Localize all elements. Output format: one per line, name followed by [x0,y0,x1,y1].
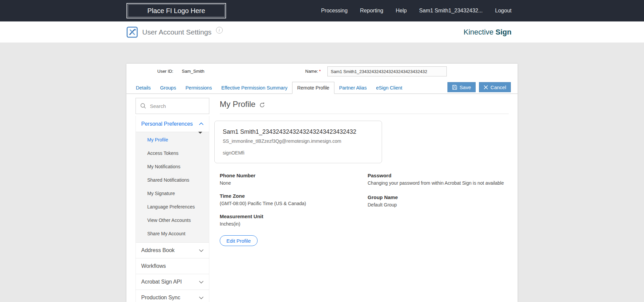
nav-logout[interactable]: Logout [495,8,512,14]
cancel-x-icon [484,85,488,89]
expanded-notch [198,132,202,134]
tab-esign-client[interactable]: eSign Client [371,82,407,94]
profile-summary-card: Sam1 Smith1_2343243243243243243423432432… [214,121,382,163]
name-label: Name:* [305,69,321,74]
sidebar-group-production-sync[interactable]: Production Sync [136,290,209,302]
profile-heading-row: My Profile [220,100,509,109]
cancel-button-label: Cancel [490,84,506,90]
edit-profile-button[interactable]: Edit Profile [220,235,258,246]
fi-logo-placeholder-text: Place FI Logo Here [147,7,205,15]
name-input[interactable] [327,66,447,76]
brand-product: Sign [495,28,512,37]
sidebar-search[interactable] [136,98,209,114]
field-value: (GMT-08:00) Pacific Time (US & Canada) [220,201,368,206]
tab-strip: Details Groups Permissions Effective Per… [126,82,518,94]
sidebar-group-label: Production Sync [141,295,180,301]
user-id-value: Sam_Smith [182,69,204,74]
field-value: Inches(in) [220,221,368,227]
field-value: Changing your password from within Acrob… [368,180,509,186]
field-label: Password [368,173,509,178]
cancel-button[interactable]: Cancel [479,82,511,92]
page-title: User Account Settings [142,28,212,36]
tab-groups[interactable]: Groups [155,82,181,94]
sidebar-nav-list: Personal Preferences My Profile Access T… [136,116,209,302]
sidebar-item-my-notifications[interactable]: My Notifications [136,160,209,173]
profile-card-name: Sam1 Smith1_2343243243243243243423432432 [223,128,374,135]
field-phone-number: Phone Number None [220,173,368,186]
tab-partner-alias[interactable]: Partner Alias [334,82,371,94]
sidebar-group-address-book[interactable]: Address Book [136,242,209,258]
save-button[interactable]: Save [447,82,476,92]
chevron-down-icon [199,281,204,284]
profile-card-account: signOEMfi [223,150,374,156]
sidebar-group-workflows[interactable]: Workflows [136,258,209,274]
remote-profile-content: Personal Preferences My Profile Access T… [126,94,518,302]
profile-heading: My Profile [220,100,256,109]
profile-card-email: SS_immonline_tIBZzezf3Qg@remotesign.imme… [223,138,374,144]
nav-processing[interactable]: Processing [321,8,347,14]
sidebar-item-shared-notifications[interactable]: Shared Notifications [136,173,209,187]
brand-name: Kinective [464,28,493,37]
sidebar-item-view-other-accounts[interactable]: View Other Accounts [136,214,209,227]
info-icon[interactable]: i [216,27,223,34]
field-time-zone: Time Zone (GMT-08:00) Pacific Time (US &… [220,193,368,206]
field-measurement-unit: Measurement Unit Inches(in) [220,214,368,227]
personal-preferences-items: My Profile Access Tokens My Notification… [136,132,209,242]
field-value: Default Group [368,202,509,207]
tab-effective-permission-summary[interactable]: Effective Permission Summary [217,82,292,94]
chevron-down-icon [199,249,204,252]
profile-fields-right-column: Password Changing your password from wit… [368,173,509,246]
sidebar-item-language-preferences[interactable]: Language Preferences [136,200,209,214]
chevron-down-icon [199,296,204,299]
field-value: None [220,180,368,186]
form-actions: Save Cancel [447,82,511,92]
fi-logo-placeholder: Place FI Logo Here [126,3,226,18]
tab-permissions[interactable]: Permissions [181,82,217,94]
user-id-label: User ID: [157,69,173,74]
field-label: Time Zone [220,193,368,199]
esign-app-icon [126,26,138,38]
field-label: Group Name [368,194,509,200]
settings-sidebar: Personal Preferences My Profile Access T… [136,98,209,302]
save-button-label: Save [460,84,471,90]
field-label: Phone Number [220,173,368,178]
nav-user-menu[interactable]: Sam1 Smith1_23432432... [419,8,483,14]
profile-fields-left-column: Phone Number None Time Zone (GMT-08:00) … [220,173,368,246]
required-marker: * [319,69,321,74]
search-input[interactable] [150,103,205,109]
sidebar-group-label: Acrobat Sign API [141,279,182,285]
top-navigation-bar: Place FI Logo Here Processing Reporting … [0,0,644,21]
sidebar-item-share-my-account[interactable]: Share My Account [136,227,209,240]
my-profile-section: My Profile Sam1 Smith1_23432432432432432… [209,98,509,302]
field-password: Password Changing your password from wit… [368,173,509,186]
nav-help[interactable]: Help [396,8,407,14]
heading-divider [220,114,509,114]
sidebar-group-label: Personal Preferences [141,121,193,127]
search-icon [140,103,146,109]
refresh-icon[interactable] [259,102,265,108]
user-account-panel: User ID: Sam_Smith Name:* Details Groups… [126,64,518,302]
save-icon [452,85,457,90]
sidebar-group-label: Address Book [141,247,175,253]
sidebar-group-label: Workflows [141,263,166,269]
field-label: Measurement Unit [220,214,368,219]
brand-logo: Kinective Sign [464,21,512,43]
name-label-text: Name: [305,69,318,74]
tab-remote-profile[interactable]: Remote Profile [292,82,334,94]
sidebar-group-personal-preferences[interactable]: Personal Preferences [136,116,209,132]
nav-reporting[interactable]: Reporting [360,8,383,14]
sidebar-group-acrobat-sign-api[interactable]: Acrobat Sign API [136,274,209,290]
profile-fields: Phone Number None Time Zone (GMT-08:00) … [220,173,509,246]
sidebar-item-my-profile[interactable]: My Profile [136,133,209,146]
sidebar-item-my-signature[interactable]: My Signature [136,187,209,200]
identity-row: User ID: Sam_Smith Name:* [126,64,518,79]
tab-details[interactable]: Details [131,82,155,94]
top-nav-menu: Processing Reporting Help Sam1 Smith1_23… [321,0,512,21]
page-header: User Account Settings i Kinective Sign [0,21,644,43]
field-group-name: Group Name Default Group [368,194,509,207]
chevron-up-icon [199,122,204,125]
sidebar-item-access-tokens[interactable]: Access Tokens [136,146,209,160]
